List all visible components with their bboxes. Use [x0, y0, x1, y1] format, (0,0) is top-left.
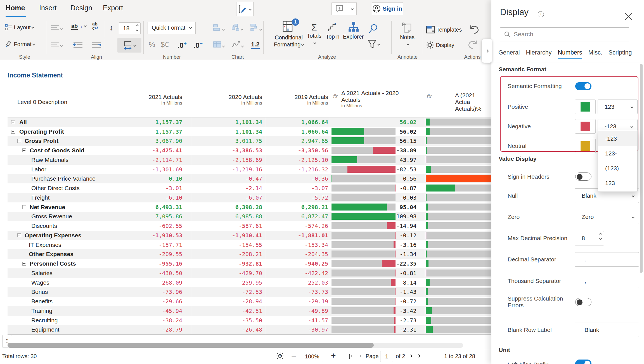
next-page-button[interactable]	[409, 353, 412, 360]
sign-in-button[interactable]: Sign in	[372, 2, 403, 15]
max-decimal-precision-stepper[interactable]: 8	[575, 231, 604, 245]
increase-decimals-icon[interactable]: .0+	[177, 40, 187, 50]
collapse-icon[interactable]	[11, 120, 15, 124]
valign-button[interactable]	[51, 25, 62, 32]
table-row[interactable]: Discounts-602.55-587.61-574.26-14.94	[8, 221, 491, 231]
table-row[interactable]: Raw Materials-2,114.71-2,158.69-2,125.10…	[8, 155, 491, 165]
text-direction-button[interactable]: ab→	[71, 23, 86, 29]
chart-type-3-button[interactable]	[250, 23, 262, 33]
panel-tab-misc[interactable]: Misc.	[588, 49, 602, 59]
panel-tab-hierarchy[interactable]: Hierarchy	[526, 49, 552, 59]
panel-tab-scripting[interactable]: Scripting	[609, 49, 632, 59]
suppress-errors-toggle[interactable]	[575, 298, 591, 306]
thousand-separator-input[interactable]: ,	[575, 274, 639, 288]
halign-button[interactable]	[51, 41, 62, 49]
format-button[interactable]: Format	[5, 41, 35, 48]
prev-page-button[interactable]	[359, 353, 362, 360]
first-page-button[interactable]	[349, 353, 353, 360]
totals-button[interactable]: Σ Totals	[305, 22, 323, 46]
table-row[interactable]: Training-45.94-42.51-49.89-3.42	[8, 306, 491, 316]
explorer-button[interactable]: Explorer	[342, 21, 365, 40]
table-chart-button[interactable]	[213, 41, 224, 49]
search-input[interactable]: Search	[500, 27, 629, 41]
display-button[interactable]: Display	[426, 41, 454, 49]
decimal-separator-input[interactable]: .	[575, 252, 639, 267]
collapse-icon[interactable]	[22, 148, 26, 152]
horizontal-scrollbar[interactable]	[8, 343, 463, 348]
table-row[interactable]: Operating Expenses-1,910.53-1,910.41-1,8…	[8, 231, 491, 240]
page-input[interactable]: 1	[380, 351, 393, 362]
table-row[interactable]: Gross Profit3,067.903,011.752,947.6556.1…	[8, 136, 491, 146]
table-row[interactable]: Freight-6.10-6.07-5.72-0.03	[8, 193, 491, 202]
table-row[interactable]: Wages-268.09-259.95-252.03-8.14	[8, 278, 491, 287]
blank-row-input[interactable]: Blank	[575, 323, 639, 337]
layout-button[interactable]: Layout	[5, 24, 34, 31]
column-header-delta[interactable]: Δ 2021 Actuals - 2020 Actuals in Million…	[341, 90, 399, 109]
panel-scrollbar[interactable]	[640, 64, 643, 273]
chart-type-1-button[interactable]	[213, 23, 224, 33]
line-chart-button[interactable]	[231, 41, 243, 49]
column-header-2020[interactable]: 2020 Actuals in Millions	[229, 94, 262, 106]
outdent-button[interactable]	[73, 41, 83, 49]
table-row[interactable]: Cost of Goods Sold-3,425.41-3,386.53-3,3…	[8, 146, 491, 155]
search-data-button[interactable]	[368, 23, 378, 35]
zero-select[interactable]: Zero	[575, 210, 639, 224]
neutral-color-swatch[interactable]	[575, 139, 596, 153]
zoom-out-button[interactable]: −	[291, 351, 296, 361]
table-row[interactable]: Purchase Price Variance0.10-0.47-0.360.5…	[8, 174, 491, 183]
collapse-icon[interactable]	[22, 262, 26, 266]
table-row[interactable]: Benefits-29.66-28.94-29.19-0.72	[8, 297, 491, 306]
top-n-button[interactable]: Top n	[324, 22, 342, 40]
collapse-icon[interactable]	[17, 233, 21, 237]
close-icon[interactable]	[625, 12, 632, 19]
left-align-prefix-toggle[interactable]	[575, 360, 591, 364]
settings-button[interactable]	[276, 351, 285, 361]
conditional-formatting-button[interactable]: 1 Conditional Formatting	[273, 21, 304, 48]
ribbon-tab-home[interactable]: Home	[6, 4, 25, 12]
decrease-decimals-icon[interactable]: .0−	[193, 40, 203, 50]
table-row[interactable]: All1,157.371,101.341,066.6456.02	[8, 117, 491, 127]
panel-tab-numbers[interactable]: Numbers	[558, 49, 582, 59]
filter-button[interactable]	[367, 39, 380, 50]
table-row[interactable]: Operating Profit1,157.371,101.341,066.64…	[8, 127, 491, 136]
positive-color-swatch[interactable]	[575, 100, 596, 114]
notes-button[interactable]: Notes	[395, 22, 420, 47]
semantic-formatting-toggle[interactable]	[575, 82, 591, 90]
quick-format-select[interactable]: Quick Format	[148, 22, 196, 34]
column-width-button[interactable]	[117, 38, 141, 53]
table-row[interactable]: Net Revenue6,493.316,398.286,298.2195.04	[8, 202, 491, 212]
table-row[interactable]: IT Expenses-157.71-154.55-153.34-3.16	[8, 240, 491, 250]
table-row[interactable]: Labor-1,301.69-1,219.16-1,216.32-82.53	[8, 165, 491, 174]
last-page-button[interactable]	[416, 353, 421, 360]
table-row[interactable]: Equipment-28.79-26.48-30.97-2.31	[8, 325, 491, 334]
table-row[interactable]: Salaries-430.50-429.70-422.42-0.81	[8, 268, 491, 278]
dropdown-option[interactable]: -123	[598, 131, 637, 146]
edit-mode-button[interactable]	[236, 2, 254, 16]
dropdown-option[interactable]: 123	[598, 176, 637, 190]
decimal-display-button[interactable]: 1.2	[251, 41, 260, 49]
positive-format-select[interactable]: 123	[598, 100, 638, 114]
panel-tab-general[interactable]: General	[498, 49, 520, 59]
scrollbar-thumb[interactable]	[8, 343, 374, 348]
collapse-icon[interactable]	[11, 130, 15, 134]
undo-button[interactable]	[468, 25, 480, 36]
table-row[interactable]: Other Expenses-209.55-208.21-204.35-1.34	[8, 249, 491, 259]
column-header-2021[interactable]: 2021 Actuals in Millions	[149, 94, 182, 106]
dropdown-option[interactable]: (123)	[598, 161, 637, 176]
wrap-text-button[interactable]: abc↵	[92, 22, 98, 30]
percent-format-icon[interactable]: %	[149, 40, 155, 49]
info-icon[interactable]: i	[538, 11, 544, 17]
zoom-in-button[interactable]: +	[331, 351, 336, 360]
table-row[interactable]: Recruiting-38.24-35.50-41.57-2.73	[8, 316, 491, 325]
comment-dropdown-button[interactable]	[347, 2, 357, 15]
chart-type-2-button[interactable]	[231, 23, 243, 33]
negative-color-swatch[interactable]	[575, 119, 596, 134]
column-header-2019[interactable]: 2019 Actuals in Millions	[295, 94, 328, 106]
zoom-level-box[interactable]: 100%	[301, 351, 323, 362]
dropdown-option[interactable]: 123-	[598, 146, 637, 161]
collapse-icon[interactable]	[22, 205, 26, 209]
redo-button[interactable]	[467, 40, 479, 51]
table-row[interactable]: Bonus-73.96-72.53-73.73-1.43	[8, 287, 491, 297]
collapse-panel-button[interactable]	[482, 39, 492, 63]
currency-format-icon[interactable]: $€	[161, 40, 169, 49]
